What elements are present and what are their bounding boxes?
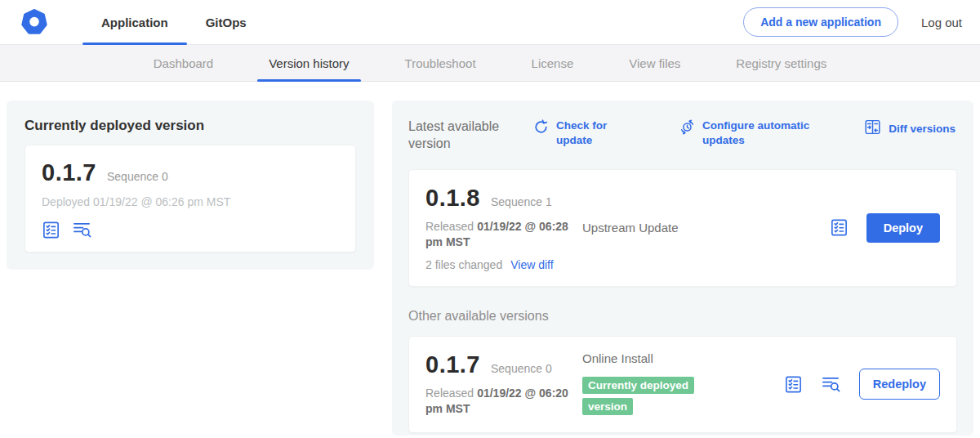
preflight-checks-icon[interactable] [42, 221, 60, 239]
currently-deployed-panel: Currently deployed version 0.1.7 Sequenc… [7, 101, 374, 270]
subnav-item-registry-settings[interactable]: Registry settings [724, 45, 838, 81]
current-deployed-timestamp: Deployed 01/19/22 @ 06:26 pm MST [42, 195, 339, 208]
other-version-info: 0.1.7 Sequence 0 Released01/19/22 @ 06:2… [425, 351, 582, 418]
check-for-update-button[interactable]: Check for update [532, 118, 646, 147]
latest-available-header: Latest available version Check for updat… [408, 118, 956, 153]
subnav-troubleshoot-label: Troubleshoot [405, 56, 476, 70]
other-version-source: Online Install Currently deployed versio… [582, 351, 784, 418]
subnav-version-history-label: Version history [269, 56, 349, 70]
deploy-button[interactable]: Deploy [866, 213, 940, 243]
other-version-sequence: Sequence 0 [491, 362, 552, 375]
latest-available-title: Latest available version [408, 118, 532, 153]
current-version-actions [42, 221, 339, 239]
clock-refresh-icon [679, 118, 696, 140]
latest-version-row: 0.1.8 Sequence 1 [425, 185, 582, 212]
diff-table-icon [863, 118, 882, 140]
currently-deployed-title: Currently deployed version [24, 118, 356, 134]
app-logo-icon[interactable] [20, 8, 48, 36]
upstream-update-label: Upstream Update [582, 221, 679, 235]
view-logs-icon[interactable] [72, 221, 92, 239]
configure-automatic-updates-button[interactable]: Configure automatic updates [679, 118, 833, 147]
other-version-actions: Redeploy [784, 369, 940, 400]
files-changed-count: 2 files changed [425, 258, 502, 271]
diff-versions-button[interactable]: Diff versions [863, 118, 956, 140]
currently-deployed-badge: Currently deployed version [582, 377, 694, 415]
version-history-panel: Latest available version Check for updat… [392, 101, 973, 436]
latest-version-actions: Deploy [830, 213, 940, 243]
subnav-item-dashboard[interactable]: Dashboard [142, 45, 225, 81]
released-prefix: Released [425, 387, 474, 400]
latest-version-info: 0.1.8 Sequence 1 Released01/19/22 @ 06:2… [425, 185, 582, 271]
released-prefix: Released [425, 220, 474, 233]
latest-released-timestamp: Released01/19/22 @ 06:28 pm MST [425, 219, 582, 251]
preflight-checks-icon[interactable] [784, 375, 803, 394]
subnav-item-troubleshoot[interactable]: Troubleshoot [394, 45, 488, 81]
current-version-card: 0.1.7 Sequence 0 Deployed 01/19/22 @ 06:… [24, 145, 356, 253]
latest-version-source: Upstream Update [582, 221, 830, 235]
main-content: Currently deployed version 0.1.7 Sequenc… [0, 82, 980, 436]
tab-gitops[interactable]: GitOps [187, 0, 265, 44]
tab-application[interactable]: Application [82, 0, 187, 44]
redeploy-button[interactable]: Redeploy [859, 369, 940, 400]
currently-deployed-badge-wrap: Currently deployed version [582, 374, 706, 418]
latest-version-sequence: Sequence 1 [491, 195, 552, 208]
app-subnav: Dashboard Version history Troubleshoot L… [0, 45, 980, 82]
current-version-row: 0.1.7 Sequence 0 [42, 159, 339, 186]
tab-gitops-label: GitOps [206, 16, 247, 29]
other-version-card: 0.1.7 Sequence 0 Released01/19/22 @ 06:2… [408, 336, 957, 433]
subnav-view-files-label: View files [629, 56, 680, 70]
other-released-timestamp: Released01/19/22 @ 06:20 pm MST [425, 386, 582, 418]
other-version-number: 0.1.7 [425, 351, 480, 378]
app-header: Application GitOps Add a new application… [0, 0, 980, 45]
subnav-dashboard-label: Dashboard [154, 56, 213, 70]
subnav-registry-settings-label: Registry settings [736, 56, 826, 70]
online-install-label: Online Install [582, 351, 653, 365]
view-diff-link[interactable]: View diff [510, 258, 553, 271]
latest-version-card: 0.1.8 Sequence 1 Released01/19/22 @ 06:2… [408, 169, 957, 287]
latest-version-number: 0.1.8 [425, 185, 480, 212]
header-right: Add a new application Log out [743, 0, 980, 44]
top-tabs: Application GitOps [82, 0, 265, 44]
other-version-row: 0.1.7 Sequence 0 [425, 351, 582, 378]
current-version-sequence: Sequence 0 [107, 170, 168, 183]
refresh-icon [532, 118, 550, 140]
check-for-update-label: Check for update [556, 118, 646, 147]
tab-application-label: Application [101, 16, 168, 29]
latest-files-row: 2 files changedView diff [425, 258, 582, 271]
other-versions-title: Other available versions [408, 309, 957, 324]
subnav-license-label: License [532, 56, 574, 70]
logout-link[interactable]: Log out [921, 16, 962, 29]
subnav-item-version-history[interactable]: Version history [257, 45, 360, 81]
subnav-item-view-files[interactable]: View files [617, 45, 692, 81]
view-logs-icon[interactable] [821, 375, 841, 394]
diff-versions-label: Diff versions [889, 122, 956, 136]
configure-automatic-updates-label: Configure automatic updates [702, 118, 833, 147]
current-version-number: 0.1.7 [42, 159, 96, 186]
subnav-item-license[interactable]: License [520, 45, 586, 81]
add-application-button[interactable]: Add a new application [743, 7, 898, 37]
preflight-checks-icon[interactable] [830, 218, 849, 237]
